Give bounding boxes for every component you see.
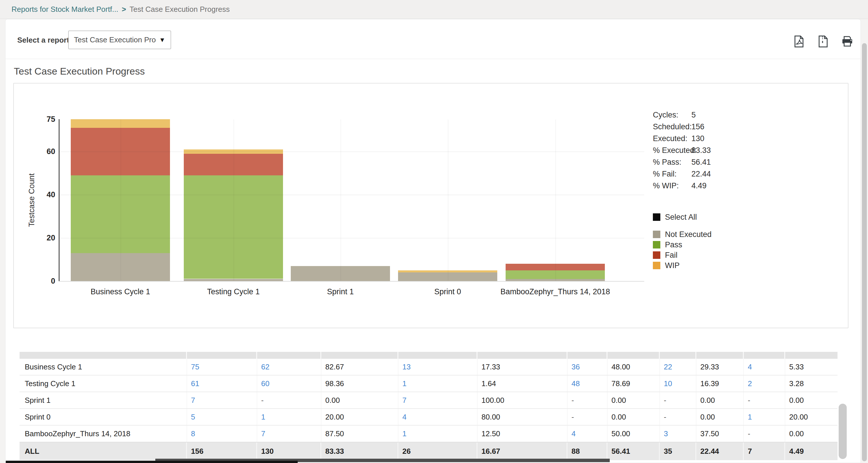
table-row: ALL15613083.332616.678856.413522.4474.49 [20, 442, 838, 460]
header-cell [660, 352, 696, 359]
cell-value: 83.33 [325, 447, 344, 456]
count-link[interactable]: 7 [261, 429, 265, 438]
cell-value: 78.69 [612, 379, 630, 388]
table-cell: - [567, 409, 608, 425]
table-cell: 78.69 [608, 375, 660, 392]
header-cell [608, 352, 660, 359]
y-axis-line [59, 119, 60, 282]
y-tick-label: 75 [21, 115, 55, 124]
header-cell [187, 352, 257, 359]
legend-item-fail[interactable]: Fail [653, 250, 837, 260]
y-tick-label: 40 [21, 190, 55, 199]
legend-swatch [653, 251, 660, 259]
header-cell [567, 352, 608, 359]
count-link[interactable]: 5 [191, 413, 195, 422]
breadcrumb-separator: > [122, 5, 126, 14]
cycle-name-cell: ALL [20, 442, 187, 460]
breadcrumb: Reports for Stock Market Portf... > Test… [0, 0, 868, 19]
y-tick-label: 20 [21, 233, 55, 242]
cycle-name-cell: Testing Cycle 1 [20, 375, 187, 392]
header-cell [20, 352, 187, 359]
table-cell: - [744, 426, 785, 442]
stat-label: % WIP: [653, 181, 679, 190]
count-link[interactable]: 75 [191, 363, 199, 371]
execution-table: Business Cycle 1756282.671317.333648.002… [20, 352, 838, 460]
legend-swatch [653, 262, 660, 269]
report-select-dropdown[interactable]: Test Case Execution Progr... ▼ [68, 31, 171, 49]
table-row: Testing Cycle 1616098.3611.644878.691016… [20, 375, 838, 392]
count-link[interactable]: 22 [664, 363, 672, 371]
table-cell: 3.28 [785, 375, 838, 392]
table-cell: 1 [257, 409, 321, 425]
header-cell [257, 352, 321, 359]
count-link[interactable]: 62 [261, 363, 270, 371]
legend-item-pass[interactable]: Pass [653, 239, 837, 250]
legend-item-wip[interactable]: WIP [653, 260, 837, 271]
count-link[interactable]: 4 [402, 413, 406, 422]
export-zip-button[interactable] [816, 34, 830, 48]
table-cell: 13 [398, 359, 477, 375]
cell-value: 0.00 [789, 429, 804, 438]
cell-value: - [664, 396, 666, 405]
cycle-name-cell: BambooZephyr_Thurs 14, 2018 [20, 426, 187, 442]
count-link[interactable]: 1 [261, 413, 265, 422]
stat-label: % Pass: [653, 158, 681, 167]
legend-item-not-executed[interactable]: Not Executed [653, 229, 837, 239]
count-link[interactable]: 4 [748, 363, 752, 371]
table-cell: 50.00 [608, 426, 660, 442]
table-row: Sprint 05120.00480.00-0.00-0.00120.00 [20, 409, 838, 426]
table-cell: 29.33 [696, 359, 744, 375]
table-cell: 0.00 [696, 392, 744, 408]
count-link[interactable]: 60 [261, 379, 270, 388]
y-tick-label: 60 [21, 147, 55, 156]
execution-stats: Cycles:5Scheduled:156Executed:130% Execu… [653, 111, 837, 193]
legend-swatch [653, 241, 660, 249]
count-link[interactable]: 48 [571, 379, 580, 388]
stat-value: 130 [691, 134, 704, 143]
table-header-strip [20, 352, 838, 359]
gridline-h-60 [59, 151, 644, 152]
export-pdf-button[interactable] [792, 34, 806, 48]
dropdown-selected-value: Test Case Execution Progr... [74, 35, 156, 44]
breadcrumb-report-link[interactable]: Reports for Stock Market Portf... [11, 5, 118, 14]
chart-legend: Select All Not ExecutedPassFailWIP [653, 212, 837, 271]
count-link[interactable]: 4 [571, 429, 576, 438]
count-link[interactable]: 7 [191, 396, 195, 405]
count-link[interactable]: 36 [571, 363, 580, 371]
count-link[interactable]: 1 [402, 379, 406, 388]
zip-file-icon [816, 34, 830, 48]
page-vertical-scrollbar[interactable] [862, 43, 867, 461]
cell-value: 50.00 [612, 429, 630, 438]
table-cell: 3 [660, 426, 696, 442]
count-link[interactable]: 1 [402, 429, 406, 438]
print-button[interactable] [840, 34, 854, 48]
table-cell: 4 [567, 426, 608, 442]
table-cell: 20.00 [321, 409, 398, 425]
count-link[interactable]: 3 [664, 429, 668, 438]
gridline-v-2 [341, 119, 341, 281]
table-cell: 1.64 [477, 375, 567, 392]
table-vertical-scrollbar[interactable] [839, 404, 847, 459]
cell-value: 4.49 [789, 447, 804, 456]
legend-select-all[interactable]: Select All [653, 212, 837, 222]
table-cell: 22 [660, 359, 696, 375]
cell-value: - [664, 413, 666, 422]
count-link[interactable]: 7 [402, 396, 406, 405]
cell-value: 56.41 [612, 447, 630, 456]
cycle-name-cell: Sprint 1 [20, 392, 187, 408]
count-link[interactable]: 2 [748, 379, 752, 388]
table-cell: 5.33 [785, 359, 838, 375]
stat-value: 22.44 [691, 170, 711, 178]
cell-value: 48.00 [612, 363, 630, 371]
cell-value: 22.44 [700, 447, 719, 456]
horizontal-scrollbar-shadow [6, 461, 298, 463]
count-link[interactable]: 13 [402, 363, 411, 371]
count-link[interactable]: 8 [191, 429, 195, 438]
x-axis-line [59, 281, 644, 282]
count-link[interactable]: 10 [664, 379, 672, 388]
count-link[interactable]: 1 [748, 413, 752, 422]
count-link[interactable]: 61 [191, 379, 199, 388]
stat-value: 156 [691, 122, 704, 131]
stat-row: % Fail:22.44 [653, 170, 837, 181]
table-cell: 75 [187, 359, 257, 375]
